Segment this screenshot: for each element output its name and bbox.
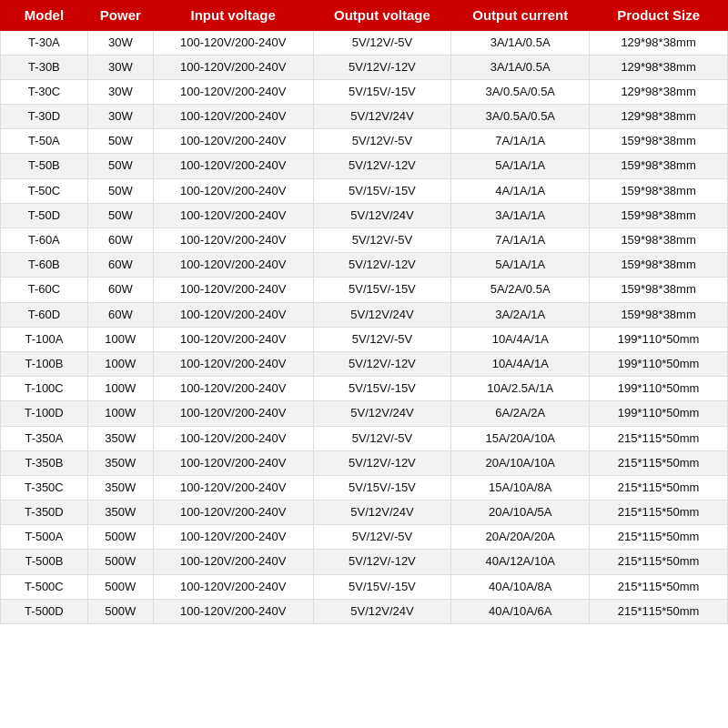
- cell-power: 500W: [87, 550, 153, 574]
- cell-power: 100W: [87, 351, 153, 376]
- table-row: T-50D50W100-120V/200-240V5V/12V/24V3A/1A…: [1, 203, 728, 228]
- cell-output-voltage: 5V/12V/-12V: [313, 550, 451, 574]
- cell-model: T-500D: [1, 599, 88, 623]
- cell-output-voltage: 5V/15V/-15V: [313, 377, 451, 401]
- cell-output-voltage: 5V/12V/-12V: [313, 55, 451, 79]
- table-row: T-50B50W100-120V/200-240V5V/12V/-12V5A/1…: [1, 154, 728, 178]
- cell-power: 50W: [87, 178, 153, 203]
- header-power: Power: [87, 1, 153, 31]
- header-input-voltage: Input voltage: [153, 1, 313, 31]
- cell-input-voltage: 100-120V/200-240V: [153, 105, 313, 129]
- cell-input-voltage: 100-120V/200-240V: [153, 475, 313, 500]
- cell-output-voltage: 5V/15V/-15V: [313, 475, 451, 500]
- cell-output-current: 20A/20A/20A: [451, 525, 590, 550]
- header-product-size: Product Size: [590, 1, 728, 31]
- cell-size: 129*98*38mm: [590, 30, 728, 55]
- cell-model: T-50A: [1, 129, 88, 154]
- cell-size: 199*110*50mm: [590, 327, 728, 351]
- cell-output-voltage: 5V/12V/-5V: [313, 426, 451, 450]
- cell-output-voltage: 5V/15V/-15V: [313, 278, 451, 302]
- cell-model: T-100A: [1, 327, 88, 351]
- cell-power: 350W: [87, 450, 153, 475]
- table-row: T-30C30W100-120V/200-240V5V/15V/-15V3A/0…: [1, 79, 728, 104]
- cell-output-current: 3A/1A/0.5A: [451, 55, 590, 79]
- cell-input-voltage: 100-120V/200-240V: [153, 599, 313, 623]
- cell-input-voltage: 100-120V/200-240V: [153, 377, 313, 401]
- cell-model: T-50B: [1, 154, 88, 178]
- cell-output-current: 3A/1A/1A: [451, 203, 590, 228]
- cell-input-voltage: 100-120V/200-240V: [153, 278, 313, 302]
- table-row: T-60C60W100-120V/200-240V5V/15V/-15V5A/2…: [1, 278, 728, 302]
- cell-input-voltage: 100-120V/200-240V: [153, 178, 313, 203]
- cell-size: 159*98*38mm: [590, 129, 728, 154]
- cell-size: 215*115*50mm: [590, 550, 728, 574]
- cell-output-voltage: 5V/15V/-15V: [313, 178, 451, 203]
- table-row: T-500C500W100-120V/200-240V5V/15V/-15V40…: [1, 574, 728, 599]
- cell-power: 30W: [87, 55, 153, 79]
- cell-output-current: 5A/1A/1A: [451, 154, 590, 178]
- table-row: T-60B60W100-120V/200-240V5V/12V/-12V5A/1…: [1, 253, 728, 278]
- cell-output-current: 20A/10A/5A: [451, 500, 590, 525]
- cell-size: 159*98*38mm: [590, 228, 728, 253]
- cell-size: 129*98*38mm: [590, 79, 728, 104]
- cell-power: 30W: [87, 79, 153, 104]
- table-body: T-30A30W100-120V/200-240V5V/12V/-5V3A/1A…: [1, 30, 728, 624]
- cell-size: 159*98*38mm: [590, 302, 728, 327]
- cell-size: 159*98*38mm: [590, 154, 728, 178]
- cell-output-current: 5A/2A/0.5A: [451, 278, 590, 302]
- cell-model: T-100D: [1, 401, 88, 426]
- cell-output-voltage: 5V/12V/-5V: [313, 525, 451, 550]
- cell-size: 215*115*50mm: [590, 574, 728, 599]
- cell-output-voltage: 5V/12V/24V: [313, 302, 451, 327]
- cell-model: T-30C: [1, 79, 88, 104]
- cell-output-current: 15A/20A/10A: [451, 426, 590, 450]
- table-header-row: Model Power Input voltage Output voltage…: [1, 1, 728, 31]
- cell-output-voltage: 5V/12V/-12V: [313, 253, 451, 278]
- cell-output-current: 3A/1A/0.5A: [451, 30, 590, 55]
- cell-input-voltage: 100-120V/200-240V: [153, 203, 313, 228]
- cell-model: T-60A: [1, 228, 88, 253]
- cell-input-voltage: 100-120V/200-240V: [153, 154, 313, 178]
- cell-size: 215*115*50mm: [590, 599, 728, 623]
- cell-model: T-350C: [1, 475, 88, 500]
- table-row: T-500A500W100-120V/200-240V5V/12V/-5V20A…: [1, 525, 728, 550]
- cell-input-voltage: 100-120V/200-240V: [153, 574, 313, 599]
- cell-model: T-50C: [1, 178, 88, 203]
- cell-output-current: 40A/10A/6A: [451, 599, 590, 623]
- cell-output-current: 3A/0.5A/0.5A: [451, 105, 590, 129]
- cell-output-voltage: 5V/12V/24V: [313, 203, 451, 228]
- cell-output-voltage: 5V/12V/24V: [313, 599, 451, 623]
- cell-power: 500W: [87, 525, 153, 550]
- cell-output-voltage: 5V/12V/-5V: [313, 30, 451, 55]
- cell-output-voltage: 5V/12V/-12V: [313, 154, 451, 178]
- cell-model: T-30B: [1, 55, 88, 79]
- cell-size: 129*98*38mm: [590, 55, 728, 79]
- cell-power: 350W: [87, 426, 153, 450]
- cell-power: 350W: [87, 475, 153, 500]
- table-row: T-350B350W100-120V/200-240V5V/12V/-12V20…: [1, 450, 728, 475]
- table-row: T-100B100W100-120V/200-240V5V/12V/-12V10…: [1, 351, 728, 376]
- cell-input-voltage: 100-120V/200-240V: [153, 550, 313, 574]
- cell-model: T-350D: [1, 500, 88, 525]
- table-row: T-100C100W100-120V/200-240V5V/15V/-15V10…: [1, 377, 728, 401]
- cell-output-current: 10A/4A/1A: [451, 351, 590, 376]
- cell-model: T-100B: [1, 351, 88, 376]
- spec-table: Model Power Input voltage Output voltage…: [0, 0, 728, 624]
- header-model: Model: [1, 1, 88, 31]
- cell-power: 60W: [87, 302, 153, 327]
- cell-output-voltage: 5V/12V/24V: [313, 500, 451, 525]
- table-row: T-350C350W100-120V/200-240V5V/15V/-15V15…: [1, 475, 728, 500]
- cell-size: 215*115*50mm: [590, 525, 728, 550]
- cell-output-voltage: 5V/12V/-5V: [313, 327, 451, 351]
- cell-model: T-60D: [1, 302, 88, 327]
- cell-output-current: 3A/0.5A/0.5A: [451, 79, 590, 104]
- cell-size: 199*110*50mm: [590, 377, 728, 401]
- cell-size: 215*115*50mm: [590, 475, 728, 500]
- cell-model: T-50D: [1, 203, 88, 228]
- cell-power: 350W: [87, 500, 153, 525]
- cell-output-voltage: 5V/12V/-5V: [313, 129, 451, 154]
- cell-size: 129*98*38mm: [590, 105, 728, 129]
- cell-input-voltage: 100-120V/200-240V: [153, 500, 313, 525]
- table-row: T-350A350W100-120V/200-240V5V/12V/-5V15A…: [1, 426, 728, 450]
- table-row: T-50A50W100-120V/200-240V5V/12V/-5V7A/1A…: [1, 129, 728, 154]
